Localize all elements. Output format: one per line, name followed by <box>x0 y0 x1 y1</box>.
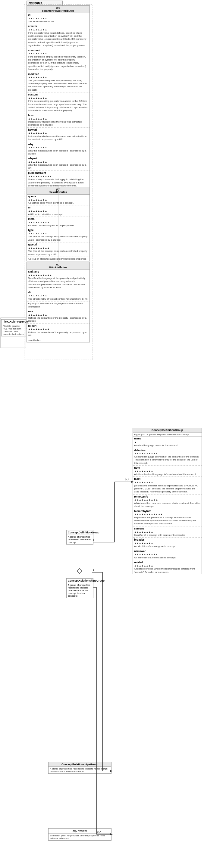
flex-field-type: type ▲▲▲▲▲▲▲▲ The type of the concept as… <box>27 228 89 242</box>
concept-relationships-header: ConceptRelationshipsGroup <box>49 762 111 767</box>
flex-attributes-header: grp flexAttributes <box>27 187 89 194</box>
title-text: attributes <box>29 1 42 5</box>
i18n-field-group-desc: A group of attributes for language and s… <box>27 302 89 309</box>
i18n-attributes-header: grp i18nAttributes <box>27 262 89 270</box>
i18n-field-other: any ##other <box>27 339 89 342</box>
field-howuri: howuri ▲▲▲▲▲▲▲▲ Indicates by which means… <box>27 128 89 142</box>
i18n-field-xmllang: xml:lang ▲▲▲▲▲▲▲▲▲▲ Specifies the langua… <box>27 270 89 290</box>
common-power-attributes-box: grp commonPowerAttributes id ▲▲▲▲▲▲▲▲ Th… <box>27 5 90 217</box>
concept-item-box: ConceptDefinitionGroup A group of proper… <box>66 530 93 545</box>
flex1-role-prop-type-box: Flex1RolePropType Flexible generic PCLTy… <box>1 319 26 336</box>
field-why: why ▲▲▲▲▲▲▲▲ Why the metadata has been i… <box>27 143 89 156</box>
flex1-role-desc: Flexible generic PCLType for both contro… <box>1 324 26 336</box>
cdef-field-definition: definition ▲▲▲▲▲▲▲▲▲▲ A natural language… <box>133 448 202 465</box>
flex-field-qcode: qcode ▲▲▲▲▲▲▲▲ A qualified code which id… <box>27 194 89 205</box>
cdef-field-remoteinfo: remoteInfo ▲▲▲▲▲▲▲▲▲▲ A link to an item … <box>133 495 202 508</box>
diagram-title: attributes <box>27 1 63 6</box>
field-modified: modified ▲▲▲▲▲▲▲▲ The (recommended) date… <box>27 72 89 92</box>
i18n-field-roleuri: roleuri ▲▲▲▲▲▲▲▲▲ Refines the semantics … <box>27 324 89 338</box>
flex-field-typeuri: typeuri ▲▲▲▲▲▲▲▲▲ The type of the concep… <box>27 243 89 256</box>
concept-rel-connector: ConceptRelationshipsGroup A group of pro… <box>66 578 93 598</box>
cdef-field-facet: facet ▲▲▲▲▲▲▲▲ (deprecated and later, fa… <box>133 477 202 494</box>
concept-rel-desc: A group of properties required to indica… <box>49 767 111 773</box>
field-pubconstraint: pubconstraint ▲▲▲▲▲▲▲▲▲▲ One or many con… <box>27 171 89 188</box>
field-whyuri: whyuri ▲▲▲▲▲▲▲▲ Why the metadata has bee… <box>27 157 89 170</box>
cdef-field-broader: broader ▲▲▲▲▲▲▲▲ An identifier of a more… <box>133 538 202 548</box>
flex-attributes-box: grp flexAttributes qcode ▲▲▲▲▲▲▲▲ A qual… <box>27 187 90 261</box>
i18n-attributes-box: grp i18nAttributes xml:lang ▲▲▲▲▲▲▲▲▲▲ S… <box>27 262 90 342</box>
flex-field-uri: uri ▲▲▲▲▲▲▲▲ A URI which identifies a co… <box>27 206 89 216</box>
flex-field-standard: A group of attributes associated with fl… <box>27 257 89 261</box>
svg-rect-23 <box>77 569 82 574</box>
cdef-field-sameas: sameAs ▲▲▲▲▲▲▲▲ Identifier of a concept … <box>133 527 202 537</box>
flex-field-literal: literal ▲▲▲▲▲▲▲▲▲ A freetext value assig… <box>27 217 89 227</box>
flex1-role-title: Flex1RolePropType <box>1 319 26 324</box>
cdef-field-hierarchyinfo: hierarchyInfo ▲▲▲▲▲▲▲▲▲▲▲▲ Represents th… <box>133 509 202 526</box>
any-other-label: any ##other <box>49 829 111 833</box>
cdef-field-narrower: narrower ▲▲▲▲▲▲▲▲▲▲ An identifier of a m… <box>133 549 202 560</box>
i18n-field-dir: dir ▲▲▲▲▲▲▲▲ The directionality of textu… <box>27 291 89 301</box>
any-other-box: any ##other Extension point for provider… <box>48 828 112 841</box>
i18n-field-role: role ▲▲▲▲▲▲▲▲ Refines the semantics of t… <box>27 310 89 323</box>
concept-rel-connector-header: ConceptRelationshipsGroup <box>66 579 93 583</box>
field-custom: custom ▲▲▲▲▲▲▲▲ If the corresponding pro… <box>27 93 89 113</box>
concept-rel-connector-desc: A group of properties required to indica… <box>66 583 93 598</box>
concept-definition-group-header: ConceptDefinitionGroup <box>133 428 202 433</box>
common-power-attributes-header: grp commonPowerAttributes <box>27 6 89 13</box>
svg-text:1: 1 <box>93 568 94 571</box>
cdef-field-note: note ▲▲▲▲▲▲▲▲ Additional natural languag… <box>133 466 202 476</box>
concept-relationships-group-box: ConceptRelationshipsGroup A group of pro… <box>48 762 112 774</box>
any-other-desc: Extension point for provider-defined pro… <box>49 833 111 840</box>
svg-text:0..*: 0..* <box>125 478 129 481</box>
field-creator: creator ▲▲▲▲▲▲▲▲ If the property value i… <box>27 24 89 47</box>
concept-item-header: ConceptDefinitionGroup <box>66 530 93 535</box>
cdef-field-related: related ▲▲▲▲▲▲▲▲ A related concept, wher… <box>133 560 202 574</box>
field-creatouri: creatouri ▲▲▲▲▲▲▲▲ If the attribute is e… <box>27 49 89 71</box>
diagram-container: attributes grp commonPowerAttributes id … <box>0 0 204 868</box>
field-how: how ▲▲▲▲▲▲▲▲ Indicates by which means th… <box>27 114 89 127</box>
cdef-field-name: name ▲ A natural language name for the c… <box>133 437 202 447</box>
concept-definition-group-box: ConceptDefinitionGroup A group of proper… <box>133 428 202 575</box>
field-id: id ▲▲▲▲▲▲▲▲ The local identifier of the … <box>27 13 89 24</box>
concept-item-desc: A group of properties required to define… <box>66 535 93 544</box>
concept-def-desc: A group of properties required to define… <box>133 433 202 437</box>
